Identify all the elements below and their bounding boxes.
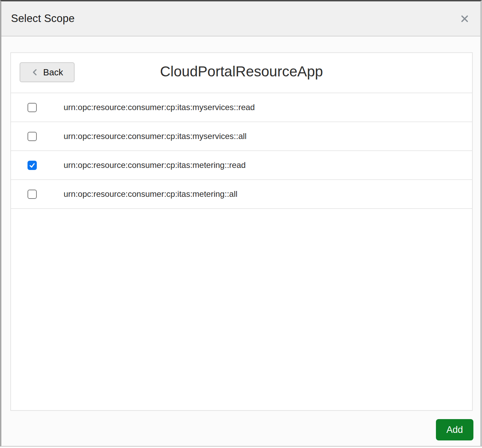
add-button[interactable]: Add bbox=[436, 419, 473, 440]
close-button[interactable] bbox=[458, 12, 471, 25]
screen: Select Scope Back CloudPortalReso bbox=[0, 0, 482, 448]
checkbox[interactable] bbox=[28, 190, 37, 199]
dialog-body: Back CloudPortalResourceApp urn:opc:reso… bbox=[1, 36, 480, 411]
checkbox[interactable] bbox=[28, 161, 37, 170]
scope-label: urn:opc:resource:consumer:cp:itas:myserv… bbox=[64, 131, 247, 141]
scope-row: urn:opc:resource:consumer:cp:itas:myserv… bbox=[11, 122, 472, 151]
scope-panel: Back CloudPortalResourceApp urn:opc:reso… bbox=[10, 52, 473, 411]
dialog-title: Select Scope bbox=[11, 12, 75, 25]
scope-label: urn:opc:resource:consumer:cp:itas:myserv… bbox=[64, 103, 255, 112]
select-scope-dialog: Select Scope Back CloudPortalReso bbox=[0, 0, 482, 447]
scope-list: urn:opc:resource:consumer:cp:itas:myserv… bbox=[11, 93, 472, 209]
dialog-header: Select Scope bbox=[1, 1, 480, 36]
scope-row: urn:opc:resource:consumer:cp:itas:meteri… bbox=[11, 151, 472, 180]
checkbox[interactable] bbox=[28, 132, 37, 141]
checkmark-icon bbox=[29, 162, 36, 169]
scope-label: urn:opc:resource:consumer:cp:itas:meteri… bbox=[64, 189, 238, 199]
panel-header: Back CloudPortalResourceApp bbox=[11, 53, 472, 93]
checkbox[interactable] bbox=[28, 103, 37, 112]
dialog-footer: Add bbox=[1, 411, 480, 446]
scope-row: urn:opc:resource:consumer:cp:itas:meteri… bbox=[11, 180, 472, 209]
scope-label: urn:opc:resource:consumer:cp:itas:meteri… bbox=[64, 160, 246, 170]
scope-row: urn:opc:resource:consumer:cp:itas:myserv… bbox=[11, 93, 472, 122]
app-title: CloudPortalResourceApp bbox=[11, 63, 472, 80]
close-icon bbox=[460, 14, 469, 23]
